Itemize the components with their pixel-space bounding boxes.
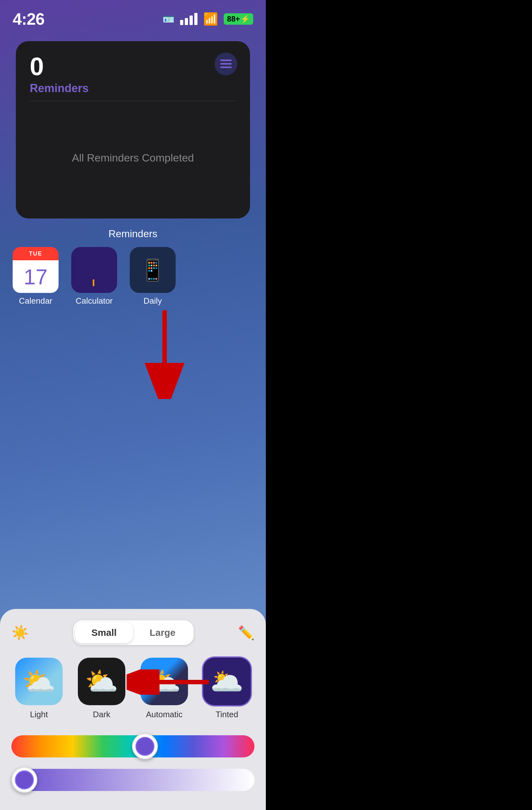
widget-divider <box>30 101 236 101</box>
style-tinted-label: Tinted <box>216 710 238 719</box>
phone-screen: 4:26 🪪 📶 88+ ⚡ 0 Reminders All Reminders… <box>0 0 266 810</box>
size-large-button[interactable]: Large <box>133 622 192 643</box>
style-automatic-label: Automatic <box>146 710 183 719</box>
status-bar: 4:26 🪪 📶 88+ ⚡ <box>0 0 266 32</box>
daily-label: Daily <box>144 296 162 306</box>
hue-slider[interactable] <box>11 735 254 758</box>
calculator-app-icon[interactable]: Calculator <box>71 247 117 306</box>
calendar-label: Calendar <box>19 296 52 306</box>
color-sliders <box>11 735 254 791</box>
widget-title: Reminders <box>30 82 236 95</box>
widget-empty-text: All Reminders Completed <box>30 152 236 164</box>
opacity-thumb[interactable] <box>11 767 37 793</box>
style-tinted-option[interactable]: 🌥️ Tinted <box>199 658 254 719</box>
style-dark-label: Dark <box>93 710 111 719</box>
battery-badge: 88+ ⚡ <box>224 13 253 25</box>
hue-thumb[interactable] <box>132 733 158 759</box>
widget-app-label: Reminders <box>0 228 266 240</box>
status-icons: 🪪 📶 88+ ⚡ <box>163 12 253 26</box>
arrow-down-indicator <box>139 310 190 400</box>
app-icons-row: TUE 17 Calendar Calculator 📱 Daily <box>13 247 176 306</box>
widget-menu-button[interactable] <box>215 52 237 75</box>
calendar-date: 17 <box>13 260 59 293</box>
daily-app-icon[interactable]: 📱 Daily <box>130 247 176 306</box>
style-light-label: Light <box>30 710 48 719</box>
svg-rect-2 <box>220 66 232 68</box>
calendar-day-name: TUE <box>13 247 59 260</box>
signal-bars <box>180 13 198 25</box>
size-small-button[interactable]: Small <box>75 622 133 643</box>
calculator-icon <box>71 247 117 293</box>
sim-icon: 🪪 <box>163 14 174 25</box>
daily-icon: 📱 <box>130 247 176 293</box>
svg-rect-1 <box>220 63 232 65</box>
widget-style-panel: ☀️ Small Large ✏️ ⛅ Light ⛅ Dark <box>0 609 266 810</box>
style-dark-option[interactable]: ⛅ Dark <box>74 658 129 719</box>
style-light-option[interactable]: ⛅ Light <box>11 658 66 719</box>
style-light-icon: ⛅ <box>15 658 63 705</box>
style-dark-icon: ⛅ <box>78 658 125 705</box>
style-automatic-icon: ⛅ <box>140 658 188 705</box>
size-toggle-row: ☀️ Small Large ✏️ <box>11 620 254 645</box>
opacity-slider[interactable] <box>11 769 254 791</box>
status-time: 4:26 <box>13 10 44 29</box>
brightness-icon: ☀️ <box>11 625 29 641</box>
calendar-app-icon[interactable]: TUE 17 Calendar <box>13 247 59 306</box>
calendar-icon: TUE 17 <box>13 247 59 293</box>
wifi-icon: 📶 <box>203 12 218 26</box>
svg-rect-0 <box>220 60 232 61</box>
calculator-label: Calculator <box>76 296 113 306</box>
right-black-area <box>266 0 532 810</box>
style-tinted-icon: 🌥️ <box>203 658 251 705</box>
widget-count: 0 <box>30 54 236 79</box>
opacity-track <box>11 769 254 791</box>
style-options-grid: ⛅ Light ⛅ Dark ⛅ Automatic 🌥 <box>11 658 254 719</box>
reminders-widget[interactable]: 0 Reminders All Reminders Completed <box>16 41 250 218</box>
style-automatic-option[interactable]: ⛅ Automatic <box>137 658 192 719</box>
eyedropper-button[interactable]: ✏️ <box>238 625 254 641</box>
size-toggle[interactable]: Small Large <box>73 620 194 645</box>
